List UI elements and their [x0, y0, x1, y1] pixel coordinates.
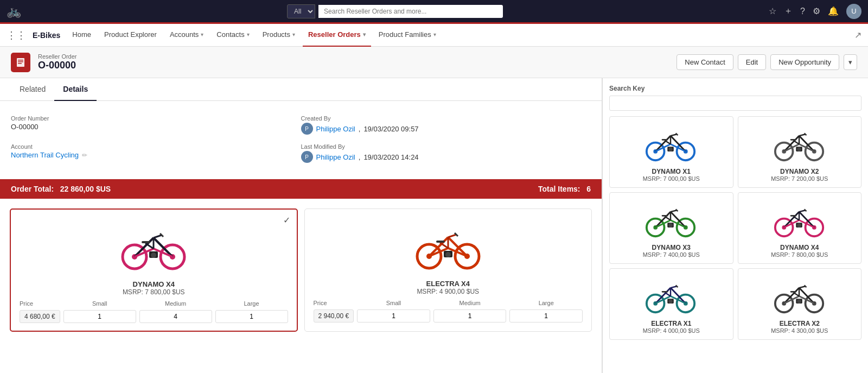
add-icon[interactable]: ＋ [784, 5, 793, 17]
created-by-field: Created By P Philippe Ozil , 19/03/2020 … [301, 112, 591, 140]
dynamo-x2-catalog-image [744, 122, 856, 166]
catalog-electra-x1[interactable]: ELECTRA X1 MSRP: 4 000,00 $US [609, 268, 733, 340]
search-key-label: Search Key [609, 85, 861, 92]
svg-rect-46 [662, 139, 668, 141]
dynamo-x4-cat-svg [770, 200, 829, 239]
dynamo-x4-catalog-name: DYNAMO X4 [744, 244, 856, 251]
app-logo: 🚲 [7, 4, 21, 18]
last-modified-value[interactable]: Philippe Ozil [316, 153, 355, 161]
dynamo-x4-name: DYNAMO X4 [20, 280, 288, 288]
dynamo-x4-qty-medium[interactable] [139, 310, 212, 323]
account-label: Account [11, 143, 301, 150]
nav-products[interactable]: Products ▾ [257, 24, 301, 47]
svg-rect-2 [18, 61, 23, 62]
created-by-datetime: 19/03/2020 09:57 [363, 125, 418, 133]
record-type-label: Reseller Order [38, 53, 77, 60]
favorites-icon[interactable]: ☆ [769, 6, 776, 16]
tabs: Related Details [0, 78, 602, 101]
details-section: Order Number O-00000 Created By P Philip… [0, 101, 602, 179]
dynamo-x4-bike-svg [116, 222, 192, 273]
electra-x4-name: ELECTRA X4 [314, 280, 583, 288]
svg-point-108 [668, 299, 673, 304]
catalog-dynamo-x4[interactable]: DYNAMO X4 MSRP: 7 800,00 $US [738, 192, 862, 264]
nav-contacts[interactable]: Contacts ▾ [211, 24, 254, 47]
dynamo-x4-catalog-image [744, 198, 856, 242]
dynamo-x4-image [20, 217, 288, 277]
nav-accounts[interactable]: Accounts ▾ [164, 24, 209, 47]
nav-expand-icon[interactable]: ↗ [854, 30, 861, 40]
svg-rect-31 [436, 241, 445, 243]
new-opportunity-button[interactable]: New Opportunity [770, 54, 839, 70]
price-label-2: Price [314, 300, 354, 306]
svg-point-48 [668, 147, 673, 151]
last-modified-row: P Philippe Ozil , 19/03/2020 14:24 [301, 151, 591, 163]
catalog-electra-x2[interactable]: ELECTRA X2 MSRP: 4 300,00 $US [738, 268, 862, 340]
nav-product-explorer[interactable]: Product Explorer [99, 24, 162, 47]
svg-line-60 [793, 141, 799, 144]
dynamo-x2-catalog-name: DYNAMO X2 [744, 168, 856, 175]
help-icon[interactable]: ? [800, 7, 805, 16]
electra-x2-catalog-image [744, 274, 856, 318]
medium-label: Medium [139, 300, 212, 307]
nav-product-families[interactable]: Product Families ▾ [373, 24, 442, 47]
settings-icon[interactable]: ⚙ [813, 6, 820, 16]
tab-details[interactable]: Details [54, 78, 97, 101]
catalog-dynamo-x2[interactable]: DYNAMO X2 MSRP: 7 200,00 $US [738, 116, 862, 188]
product-card-electra-x4[interactable]: ELECTRA X4 MSRP: 4 900,00 $US Price Smal… [304, 208, 592, 332]
svg-line-118 [799, 286, 806, 288]
electra-x1-svg [641, 276, 701, 315]
catalog-dynamo-x3[interactable]: DYNAMO X3 MSRP: 7 400,00 $US [609, 192, 733, 264]
dynamo-x2-catalog-msrp: MSRP: 7 200,00 $US [744, 175, 856, 182]
notifications-icon[interactable]: 🔔 [828, 6, 839, 16]
nav-reseller-orders[interactable]: Reseller Orders ▾ [303, 24, 371, 47]
svg-rect-16 [142, 241, 150, 243]
electra-x4-qty-small[interactable] [357, 309, 430, 323]
app-name: E-Bikes [33, 31, 60, 40]
search-area: All [27, 4, 763, 18]
main-layout: Related Details Order Number O-00000 Cre… [0, 78, 868, 373]
search-key-input[interactable] [609, 96, 861, 111]
search-input[interactable] [318, 5, 503, 18]
dynamo-x4-catalog-msrp: MSRP: 7 800,00 $US [744, 251, 856, 258]
actions-dropdown-button[interactable]: ▾ [844, 54, 857, 70]
created-by-value[interactable]: Philippe Ozil [316, 125, 355, 133]
products-chevron: ▾ [292, 31, 295, 37]
electra-x4-qty-medium[interactable] [433, 309, 507, 323]
created-by-avatar: P [301, 123, 313, 135]
app-switcher[interactable]: ⋮⋮ [7, 29, 26, 41]
account-edit-icon[interactable]: ✏ [82, 151, 87, 159]
edit-button[interactable]: Edit [738, 54, 766, 70]
order-number-field: Order Number O-00000 [11, 112, 301, 140]
electra-x4-bike-svg [410, 221, 486, 273]
dynamo-x1-svg [641, 124, 701, 163]
svg-rect-106 [662, 291, 668, 293]
accounts-chevron: ▾ [201, 31, 203, 37]
record-info: Reseller Order O-00000 [38, 53, 77, 71]
account-value[interactable]: Northern Trail Cycling [11, 151, 79, 159]
svg-rect-91 [790, 215, 796, 217]
dynamo-x4-qty-small[interactable] [63, 310, 136, 323]
svg-point-18 [151, 252, 156, 258]
search-scope-select[interactable]: All [287, 4, 315, 18]
dynamo-x4-qty-large[interactable] [215, 310, 288, 323]
small-label: Small [63, 300, 136, 307]
total-items-text: Total Items: 6 [538, 185, 591, 193]
nav-home[interactable]: Home [67, 24, 97, 47]
small-label-2: Small [357, 300, 430, 306]
product-card-dynamo-x4[interactable]: ✓ [10, 208, 298, 332]
svg-line-105 [665, 293, 671, 296]
tab-related[interactable]: Related [11, 78, 54, 101]
svg-point-123 [797, 299, 801, 304]
catalog-dynamo-x1[interactable]: DYNAMO X1 MSRP: 7 000,00 $US [609, 116, 733, 188]
electra-x4-qty-large[interactable] [509, 309, 583, 323]
electra-x4-msrp: MSRP: 4 900,00 $US [314, 288, 583, 295]
dynamo-x1-catalog-msrp: MSRP: 7 000,00 $US [615, 175, 727, 182]
electra-x4-price-row: Price Small Medium Large 2 940,00 € [314, 300, 583, 323]
reseller-orders-chevron: ▾ [363, 31, 366, 37]
last-modified-datetime: 19/03/2020 14:24 [363, 153, 418, 161]
order-number-value: O-00000 [11, 123, 301, 131]
electra-x4-image [314, 217, 583, 276]
new-contact-button[interactable]: New Contact [676, 54, 733, 70]
avatar[interactable]: U [846, 4, 861, 19]
dynamo-x1-catalog-name: DYNAMO X1 [615, 168, 727, 175]
